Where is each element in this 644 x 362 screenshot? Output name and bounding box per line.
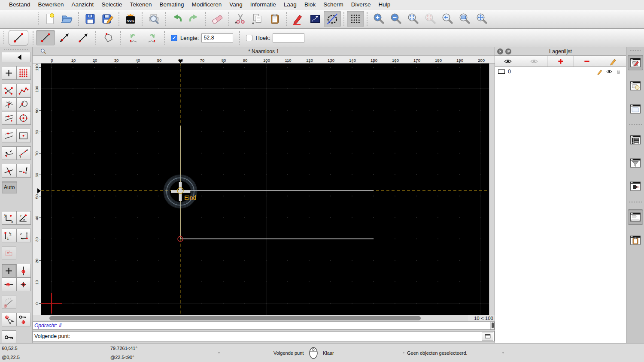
panel-clipboard-button[interactable] [628,232,643,248]
snap-point-button[interactable] [2,66,16,80]
menu-item[interactable]: Aanzicht [68,1,98,8]
new-document-button[interactable] [41,11,58,27]
pick-point-button[interactable] [2,313,16,326]
menu-item[interactable]: Blok [301,1,319,8]
menu-item[interactable]: Laag [280,1,301,8]
paste-button[interactable] [266,11,283,27]
add-layer-button[interactable] [547,56,574,66]
svg-export-button[interactable]: SVG [122,11,139,27]
auto-snap-button[interactable]: Auto [2,181,17,193]
menu-item[interactable]: Modificeren [188,1,226,8]
coord-polar-button[interactable]: ra [16,211,31,225]
copy-button[interactable] [249,11,266,27]
snap-endpoint-button[interactable] [2,84,16,97]
draw-segment-button[interactable] [36,30,55,45]
zoom-selection-button[interactable] [422,11,439,27]
close-panel-button[interactable] [497,48,503,54]
angle-gauge-button[interactable] [2,295,16,309]
draw-arrow-button[interactable] [74,30,93,45]
collapse-panel-button[interactable] [505,48,511,54]
crosshair-vertical-button[interactable] [16,264,31,278]
draw-double-arrow-button[interactable] [55,30,74,45]
console-window-button[interactable] [482,332,493,341]
scrollbar-thumb[interactable] [49,316,421,320]
grid-toggle-button[interactable] [347,11,364,27]
layer-visibility-icon[interactable] [606,68,613,75]
ref-corner-12-button[interactable]: 12 [2,229,16,242]
crosshair-horizontal-button[interactable] [2,278,16,291]
snap-grid-button[interactable] [16,66,31,80]
remove-layer-button[interactable] [574,56,600,66]
lock-point-button[interactable] [16,313,31,326]
menu-item[interactable]: Tekenen [126,1,155,8]
layer-edit-icon[interactable] [596,68,603,75]
cut-button[interactable] [232,11,249,27]
style-pencil-button[interactable] [289,11,307,27]
horizontal-scrollbar[interactable] [33,315,468,321]
command-scrollbar[interactable] [490,322,494,329]
vertical-scrollbar[interactable] [489,63,495,315]
undo-button[interactable] [168,11,185,27]
zoom-out-button[interactable] [387,11,404,27]
menu-item[interactable]: Informatie [246,1,280,8]
panel-components-button[interactable] [628,78,643,94]
scrollbar-thumb[interactable] [492,323,494,328]
command-input[interactable] [70,332,482,341]
hide-other-layers-button[interactable] [521,56,547,66]
menu-item[interactable]: Bestand [5,1,34,8]
menu-item[interactable]: Selectie [97,1,126,8]
menu-item[interactable]: Scherm [319,1,347,8]
save-button[interactable] [82,11,99,27]
zoom-window-button[interactable] [456,11,473,27]
edit-layer-button[interactable] [600,56,626,66]
menu-item[interactable]: Diverse [347,1,375,8]
show-all-layers-button[interactable] [495,56,521,66]
menu-item[interactable]: Hulp [374,1,394,8]
snap-divide-button[interactable]: 12 [16,146,31,160]
drawing-canvas[interactable]: Eind [41,63,489,315]
menu-item[interactable]: Vang [225,1,246,8]
angle-checkbox[interactable]: ✓ [246,35,252,41]
snap-perpendicular-button[interactable] [2,146,16,160]
angle-input[interactable] [273,33,304,42]
pan-button[interactable] [473,11,490,27]
toolbar-drag-handle[interactable] [38,12,39,25]
redo-segment-button[interactable] [143,30,161,45]
undo-segment-button[interactable] [124,30,143,45]
menu-item[interactable]: Bewerken [34,1,68,8]
crosshair-point-button[interactable] [16,278,31,291]
length-input[interactable] [201,33,233,42]
panel-light-button[interactable] [628,178,643,194]
print-preview-button[interactable] [145,11,162,27]
layer-lock-icon[interactable] [615,69,622,75]
snap-nearest-button[interactable] [2,111,16,125]
panel-filter-button[interactable] [628,155,643,171]
snap-frame-button[interactable] [16,129,31,142]
zoom-extents-button[interactable] [404,11,422,27]
lock-button[interactable] [2,330,16,344]
snap-node-button[interactable] [16,84,31,97]
layer-row[interactable]: 0 [495,67,626,76]
collapse-palette-button[interactable] [2,52,31,62]
zoom-in-button[interactable] [370,11,387,27]
panel-list-button[interactable] [628,132,643,148]
snap-intersection-button[interactable] [2,164,16,178]
snap-center-button[interactable] [16,111,31,125]
toolbar-drag-handle[interactable] [3,31,4,44]
zoom-previous-button[interactable] [439,11,456,27]
redo-button[interactable] [185,11,203,27]
ellipse-tool-button[interactable] [324,11,341,27]
ref-corner-21-button[interactable]: 21 [16,229,31,242]
strip-drag-handle[interactable] [630,50,641,51]
erase-button[interactable] [209,11,226,27]
cursor-plus-button[interactable] [2,264,16,278]
panel-properties-button[interactable] [628,101,643,117]
snap-on-object-button[interactable] [2,129,16,142]
draw-polyline-button[interactable] [99,30,118,45]
current-tool-button[interactable] [9,30,28,45]
coord-cartesian-button[interactable]: yx [2,211,16,225]
snap-tangent-button[interactable] [16,97,31,111]
menu-item[interactable]: Bemating [155,1,188,8]
panel-layers-button[interactable] [628,55,643,70]
palette-drag-handle[interactable] [4,49,28,50]
